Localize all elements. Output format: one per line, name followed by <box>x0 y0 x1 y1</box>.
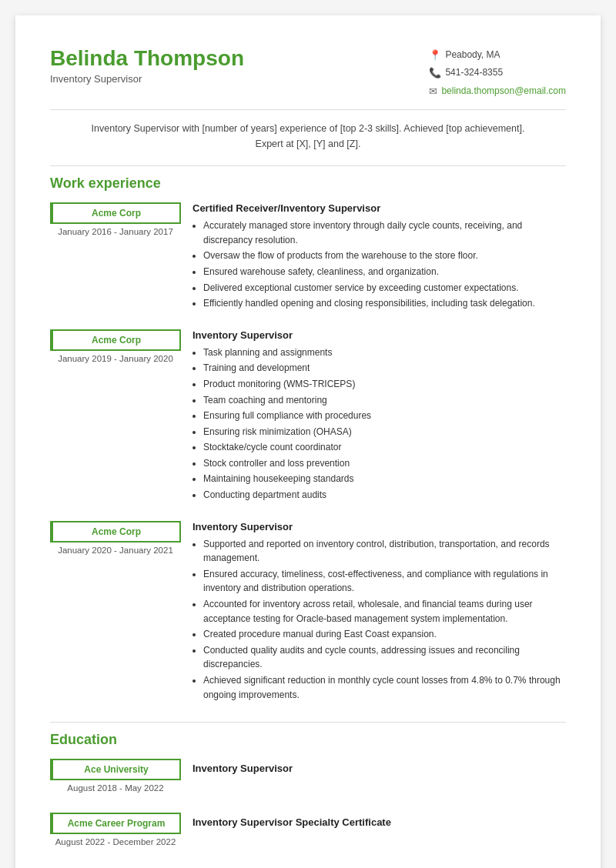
employer-box-1: Acme Corp <box>50 202 181 224</box>
job-1-right: Certified Receiver/Inventory Supervisor … <box>192 202 566 312</box>
bullet: Efficiently handled opening and closing … <box>203 296 566 311</box>
bullet: Stock controller and loss prevention <box>203 456 566 471</box>
job-1-bullets: Accurately managed store inventory throu… <box>192 219 566 311</box>
header: Belinda Thompson Inventory Supervisor 📍 … <box>50 46 566 100</box>
header-left: Belinda Thompson Inventory Supervisor <box>50 46 244 85</box>
summary-divider <box>50 165 566 166</box>
edu-entry-1: Ace University August 2018 - May 2022 In… <box>50 759 566 799</box>
education-title: Education <box>50 732 566 748</box>
job-2-right: Inventory Supervisor Task planning and a… <box>192 329 566 504</box>
edu-1-left: Ace University August 2018 - May 2022 <box>50 759 192 799</box>
location-icon: 📍 <box>429 46 441 64</box>
education-section: Education Ace University August 2018 - M… <box>50 732 566 853</box>
phone-icon: 📞 <box>429 64 441 82</box>
job-3-right: Inventory Supervisor Supported and repor… <box>192 521 566 704</box>
employer-box-3: Acme Corp <box>50 521 181 542</box>
location-item: 📍 Peabody, MA <box>429 46 566 64</box>
job-entry-1: Acme Corp January 2016 - January 2017 Ce… <box>50 202 566 312</box>
edu-2-right: Inventory Supervisor Specialty Certifica… <box>192 813 566 853</box>
phone-text: 541-324-8355 <box>445 65 503 82</box>
edu-2-left: Acme Career Program August 2022 - Decemb… <box>50 813 192 853</box>
summary-line2: Expert at [X], [Y] and [Z]. <box>256 139 361 149</box>
job-2-left: Acme Corp January 2019 - January 2020 <box>50 329 192 504</box>
bullet: Stocktake/cycle count coordinator <box>203 440 566 455</box>
bullet: Product monitoring (WMS-TRICEPS) <box>203 377 566 392</box>
job-3-left: Acme Corp January 2020 - January 2021 <box>50 521 192 704</box>
employer-box-2: Acme Corp <box>50 329 181 351</box>
institution-box-2: Acme Career Program <box>50 813 181 834</box>
bullet: Conducted quality audits and cycle count… <box>203 643 566 672</box>
work-experience-section: Work experience Acme Corp January 2016 -… <box>50 175 566 703</box>
bullet: Accurately managed store inventory throu… <box>203 219 566 247</box>
edu-1-dates: August 2018 - May 2022 <box>50 783 181 793</box>
bullet: Created procedure manual during East Coa… <box>203 627 566 642</box>
institution-box-1: Ace University <box>50 759 181 780</box>
job-entry-3: Acme Corp January 2020 - January 2021 In… <box>50 521 566 704</box>
edu-2-dates: August 2022 - December 2022 <box>50 837 181 846</box>
resume-container: Belinda Thompson Inventory Supervisor 📍 … <box>15 15 601 868</box>
location-text: Peabody, MA <box>445 47 500 64</box>
job-1-left: Acme Corp January 2016 - January 2017 <box>50 202 192 312</box>
bullet: Training and development <box>203 361 566 376</box>
bullet: Ensured warehouse safety, cleanliness, a… <box>203 265 566 279</box>
job-3-dates: January 2020 - January 2021 <box>50 546 181 555</box>
bullet: Oversaw the flow of products from the wa… <box>203 249 566 263</box>
email-icon: ✉ <box>429 82 437 100</box>
job-1-dates: January 2016 - January 2017 <box>50 227 181 236</box>
bullet: Achieved significant reduction in monthl… <box>203 673 566 702</box>
bullet: Task planning and assignments <box>203 346 566 360</box>
bullet: Ensuring full compliance with procedures <box>203 409 566 423</box>
bullet: Delivered exceptional customer service b… <box>203 281 566 295</box>
edu-1-degree: Inventory Supervisor <box>192 763 566 774</box>
job-2-title: Inventory Supervisor <box>192 329 566 341</box>
phone-item: 📞 541-324-8355 <box>429 64 566 82</box>
work-edu-divider <box>50 722 566 723</box>
summary-line1: Inventory Supervisor with [number of yea… <box>92 123 525 134</box>
header-divider <box>50 109 566 110</box>
bullet: Accounted for inventory across retail, w… <box>203 597 566 626</box>
job-1-title: Certified Receiver/Inventory Supervisor <box>192 202 566 214</box>
candidate-title: Inventory Supervisor <box>50 73 244 85</box>
job-2-bullets: Task planning and assignments Training a… <box>192 346 566 502</box>
candidate-name: Belinda Thompson <box>50 46 244 71</box>
bullet: Maintaining housekeeping standards <box>203 472 566 486</box>
email-item: ✉ belinda.thompson@email.com <box>429 82 566 100</box>
summary-text: Inventory Supervisor with [number of yea… <box>50 121 566 152</box>
edu-entry-2: Acme Career Program August 2022 - Decemb… <box>50 813 566 853</box>
bullet: Team coaching and mentoring <box>203 393 566 408</box>
work-experience-title: Work experience <box>50 175 566 192</box>
bullet: Conducting department audits <box>203 488 566 502</box>
header-right: 📍 Peabody, MA 📞 541-324-8355 ✉ belinda.t… <box>429 46 566 100</box>
job-3-bullets: Supported and reported on inventory cont… <box>192 537 566 703</box>
job-entry-2: Acme Corp January 2019 - January 2020 In… <box>50 329 566 504</box>
job-3-title: Inventory Supervisor <box>192 521 566 532</box>
edu-2-degree: Inventory Supervisor Specialty Certifica… <box>192 816 566 828</box>
email-link[interactable]: belinda.thompson@email.com <box>441 83 566 100</box>
bullet: Ensuring risk minimization (OHASA) <box>203 425 566 439</box>
bullet: Supported and reported on inventory cont… <box>203 537 566 566</box>
job-2-dates: January 2019 - January 2020 <box>50 354 181 363</box>
bullet: Ensured accuracy, timeliness, cost-effec… <box>203 567 566 596</box>
edu-1-right: Inventory Supervisor <box>192 759 566 799</box>
